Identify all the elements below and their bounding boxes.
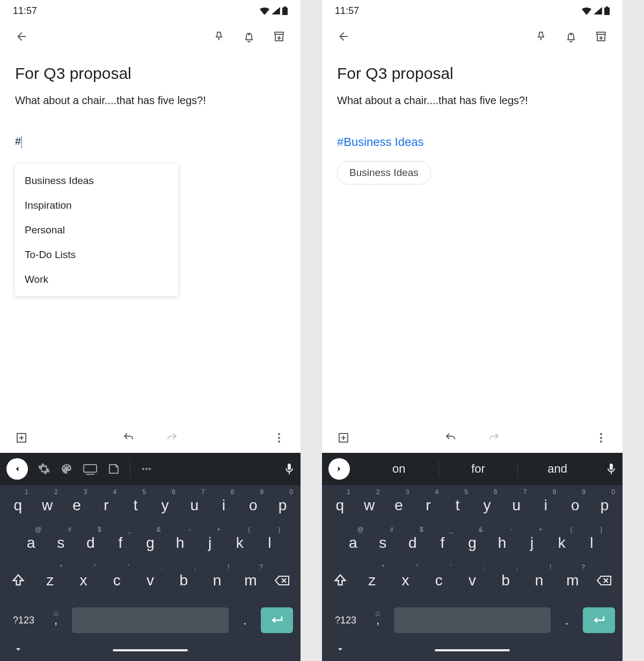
redo-button[interactable] bbox=[159, 425, 185, 451]
note-hashtag[interactable]: #Business Ideas bbox=[337, 135, 608, 149]
key-t[interactable]: t5 bbox=[443, 489, 472, 514]
shift-key[interactable] bbox=[325, 565, 355, 588]
key-x[interactable]: x" bbox=[389, 564, 422, 589]
key-l[interactable]: l) bbox=[577, 527, 607, 552]
key-l[interactable]: l) bbox=[255, 527, 285, 552]
key-u[interactable]: u7 bbox=[502, 489, 531, 514]
archive-button[interactable] bbox=[266, 24, 292, 49]
palette-icon[interactable] bbox=[60, 462, 73, 475]
key-n[interactable]: n! bbox=[522, 564, 555, 589]
note-content[interactable]: What about a chair....that has five legs… bbox=[337, 92, 608, 108]
key-g[interactable]: g& bbox=[135, 527, 165, 552]
key-r[interactable]: r4 bbox=[91, 489, 121, 514]
key-r[interactable]: r4 bbox=[413, 489, 443, 514]
suggestion-item[interactable]: on bbox=[360, 462, 438, 476]
enter-key[interactable] bbox=[583, 607, 615, 633]
key-k[interactable]: k( bbox=[225, 527, 255, 552]
key-f[interactable]: f_ bbox=[428, 527, 458, 552]
autocomplete-item[interactable]: Business Ideas bbox=[15, 168, 178, 193]
autocomplete-item[interactable]: Personal bbox=[15, 218, 178, 243]
shift-key[interactable] bbox=[3, 565, 33, 588]
key-y[interactable]: y6 bbox=[472, 489, 502, 514]
archive-button[interactable] bbox=[588, 24, 614, 49]
autocomplete-item[interactable]: Work bbox=[15, 267, 178, 292]
backspace-key[interactable] bbox=[267, 567, 297, 587]
key-b[interactable]: b; bbox=[489, 564, 522, 589]
space-key[interactable] bbox=[394, 607, 551, 633]
backspace-key[interactable] bbox=[589, 567, 619, 587]
key-o[interactable]: o9 bbox=[238, 489, 268, 514]
key-b[interactable]: b; bbox=[167, 564, 200, 589]
key-z[interactable]: z* bbox=[355, 564, 389, 589]
more-button[interactable] bbox=[588, 425, 614, 451]
key-j[interactable]: j+ bbox=[517, 527, 547, 552]
undo-button[interactable] bbox=[438, 425, 464, 451]
key-s[interactable]: s# bbox=[368, 527, 398, 552]
key-a[interactable]: a@ bbox=[16, 527, 46, 552]
nav-pill[interactable] bbox=[113, 649, 188, 651]
back-button[interactable] bbox=[9, 24, 34, 49]
more-horiz-icon[interactable] bbox=[140, 462, 153, 475]
symbols-key[interactable]: ?123 bbox=[330, 615, 362, 626]
keyboard-collapse-button[interactable] bbox=[6, 458, 28, 480]
key-m[interactable]: m? bbox=[234, 564, 267, 589]
sticker-icon[interactable] bbox=[107, 462, 120, 475]
note-title[interactable]: For Q3 proposal bbox=[15, 64, 286, 83]
key-i[interactable]: i8 bbox=[209, 489, 239, 514]
key-m[interactable]: m? bbox=[556, 564, 589, 589]
redo-button[interactable] bbox=[481, 425, 507, 451]
note-title[interactable]: For Q3 proposal bbox=[337, 64, 608, 83]
key-v[interactable]: v: bbox=[456, 564, 489, 589]
reminder-button[interactable] bbox=[558, 24, 584, 49]
key-e[interactable]: e3 bbox=[62, 489, 92, 514]
key-t[interactable]: t5 bbox=[121, 489, 150, 514]
reminder-button[interactable] bbox=[236, 24, 262, 49]
suggestion-item[interactable]: for bbox=[439, 462, 518, 476]
keyboard-expand-button[interactable] bbox=[328, 458, 350, 480]
key-h[interactable]: h- bbox=[165, 527, 195, 552]
key-p[interactable]: p0 bbox=[590, 489, 619, 514]
key-j[interactable]: j+ bbox=[195, 527, 225, 552]
key-o[interactable]: o9 bbox=[560, 489, 590, 514]
key-w[interactable]: w2 bbox=[33, 489, 62, 514]
emoji-key[interactable]: ☺, bbox=[45, 613, 67, 627]
note-content[interactable]: What about a chair....that has five legs… bbox=[15, 92, 286, 108]
mic-icon[interactable] bbox=[606, 462, 616, 475]
autocomplete-item[interactable]: Inspiration bbox=[15, 193, 178, 218]
key-g[interactable]: g& bbox=[457, 527, 487, 552]
key-w[interactable]: w2 bbox=[355, 489, 384, 514]
add-button[interactable] bbox=[9, 425, 34, 451]
key-d[interactable]: d$ bbox=[398, 527, 428, 552]
key-h[interactable]: h- bbox=[487, 527, 517, 552]
key-x[interactable]: x" bbox=[67, 564, 100, 589]
nav-pill[interactable] bbox=[435, 649, 510, 651]
emoji-key[interactable]: ☺, bbox=[367, 613, 389, 627]
key-z[interactable]: z* bbox=[33, 564, 67, 589]
key-k[interactable]: k( bbox=[547, 527, 577, 552]
key-q[interactable]: q1 bbox=[3, 489, 33, 514]
enter-key[interactable] bbox=[261, 607, 293, 633]
suggestion-item[interactable]: and bbox=[518, 462, 597, 476]
pin-button[interactable] bbox=[206, 24, 232, 49]
key-e[interactable]: e3 bbox=[384, 489, 414, 514]
key-c[interactable]: c' bbox=[100, 564, 134, 589]
nav-collapse-button[interactable] bbox=[335, 644, 346, 657]
period-key[interactable]: . bbox=[234, 613, 255, 628]
key-f[interactable]: f_ bbox=[106, 527, 136, 552]
hashtag-input[interactable]: # bbox=[15, 135, 286, 149]
pin-button[interactable] bbox=[528, 24, 554, 49]
autocomplete-item[interactable]: To-Do Lists bbox=[15, 243, 178, 267]
undo-button[interactable] bbox=[116, 425, 142, 451]
keyboard-icon[interactable] bbox=[83, 462, 98, 475]
key-u[interactable]: u7 bbox=[180, 489, 209, 514]
symbols-key[interactable]: ?123 bbox=[8, 615, 40, 626]
key-s[interactable]: s# bbox=[46, 527, 76, 552]
period-key[interactable]: . bbox=[556, 613, 577, 628]
space-key[interactable] bbox=[72, 607, 229, 633]
key-y[interactable]: y6 bbox=[150, 489, 180, 514]
back-button[interactable] bbox=[331, 24, 356, 49]
more-button[interactable] bbox=[266, 425, 292, 451]
nav-collapse-button[interactable] bbox=[13, 644, 24, 657]
mic-icon[interactable] bbox=[284, 462, 294, 475]
key-c[interactable]: c' bbox=[422, 564, 456, 589]
